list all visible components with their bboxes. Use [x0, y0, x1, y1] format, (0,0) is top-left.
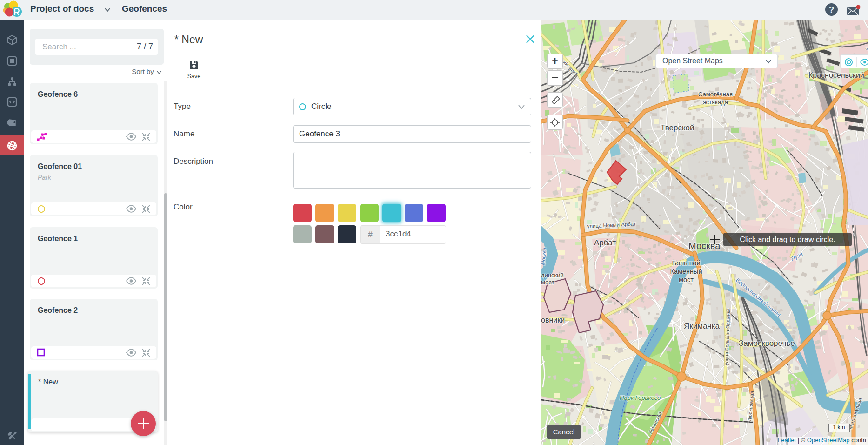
svg-text:мост: мост	[541, 279, 554, 286]
svg-text:Якиманка: Якиманка	[684, 322, 720, 330]
svg-text:овники: овники	[541, 316, 565, 324]
svg-text:Парк Горького: Парк Горького	[620, 394, 661, 401]
svg-text:Большой: Большой	[672, 259, 700, 267]
svg-text:динский: динский	[541, 272, 564, 279]
svg-text:Арбат: Арбат	[594, 238, 616, 247]
svg-text:Замоскворечье: Замоскворечье	[739, 339, 795, 348]
svg-text:Самотёчная: Самотёчная	[698, 91, 733, 98]
svg-text:Красносельский: Красносельский	[808, 71, 864, 79]
svg-text:мост: мост	[679, 276, 694, 283]
svg-text:эстакада: эстакада	[703, 99, 728, 106]
svg-text:Тверской: Тверской	[661, 123, 694, 132]
svg-text:Каменный: Каменный	[670, 268, 702, 275]
